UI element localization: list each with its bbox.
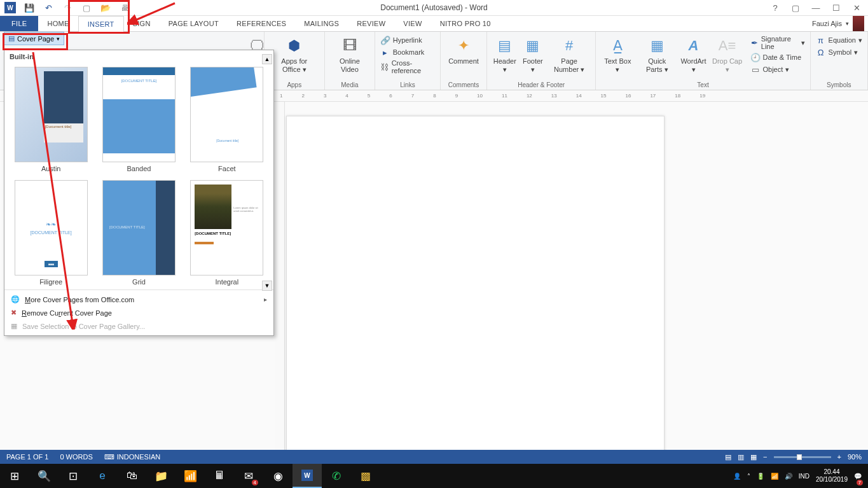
gallery-item-filigree[interactable]: ❧❧[DOCUMENT TITLE]■■■ Filigree xyxy=(11,180,91,286)
network-icon[interactable]: 📶 xyxy=(771,473,778,480)
windows-taskbar: ⊞ 🔍 ⊡ e 🛍 📁 📶 🖩 ✉4 ◉ W ✆ ▩ 👤 ˄ 🔋 📶 🔊 IND… xyxy=(0,464,868,488)
tab-file[interactable]: FILE xyxy=(0,16,38,31)
remove-icon: ✖ xyxy=(11,309,17,317)
system-clock[interactable]: 20.44 20/10/2019 xyxy=(816,468,848,484)
apps-for-office-button[interactable]: ⬢ Apps for Office ▾ xyxy=(270,34,319,74)
view-print-layout-icon[interactable]: ▥ xyxy=(738,453,744,461)
gallery-item-facet[interactable]: [Document title] Facet xyxy=(187,67,267,172)
date-time-button[interactable]: 🕘Date & Time xyxy=(750,52,805,63)
gallery-section-header: Built-in xyxy=(4,50,273,63)
start-button[interactable]: ⊞ xyxy=(0,464,29,488)
status-words[interactable]: 0 WORDS xyxy=(60,453,92,461)
sticky-notes-icon[interactable]: ▩ xyxy=(351,464,380,488)
volume-icon[interactable]: 🔊 xyxy=(785,473,792,480)
status-page[interactable]: PAGE 1 OF 1 xyxy=(6,453,48,461)
battery-icon[interactable]: 🔋 xyxy=(757,473,764,480)
gallery-item-grid[interactable]: [DOCUMENT TITLE] Grid xyxy=(99,180,179,286)
gallery-more-office[interactable]: 🌐 More Cover Pages from Office.com ▸ xyxy=(4,293,273,306)
zoom-out-icon[interactable]: − xyxy=(763,453,767,461)
tray-chevron-icon[interactable]: ˄ xyxy=(747,473,750,480)
online-video-button[interactable]: 🎞 Online Video xyxy=(330,34,369,74)
view-web-layout-icon[interactable]: ▦ xyxy=(750,453,757,461)
word-icon: W xyxy=(4,1,17,14)
group-links: 🔗Hyperlink ▸Bookmark ⛓Cross-reference Li… xyxy=(375,32,441,90)
word-taskbar-icon[interactable]: W xyxy=(293,464,322,488)
page-number-button[interactable]: # Page Number ▾ xyxy=(548,34,591,74)
gallery-item-integral[interactable]: [DOCUMENT TITLE]Lorem ipsum dolor sit am… xyxy=(187,180,267,286)
mail-icon[interactable]: ✉4 xyxy=(234,464,263,488)
vertical-ruler xyxy=(275,102,285,452)
close-icon[interactable]: ✕ xyxy=(849,1,864,14)
footer-button[interactable]: ▦ Footer▾ xyxy=(520,34,546,74)
whatsapp-icon[interactable]: ✆ xyxy=(322,464,351,488)
calculator-icon[interactable]: 🖩 xyxy=(205,464,234,488)
tab-mailings[interactable]: MAILINGS xyxy=(295,16,348,31)
gallery-item-banded[interactable]: [DOCUMENT TITLE] Banded xyxy=(99,67,179,172)
redo-icon[interactable]: ↷ xyxy=(61,1,74,14)
edge-icon[interactable]: e xyxy=(88,464,117,488)
wordart-button[interactable]: A WordArt▾ xyxy=(680,34,706,74)
zoom-slider[interactable] xyxy=(774,456,831,458)
globe-icon: 🌐 xyxy=(11,295,20,303)
print-icon[interactable]: 🖶 xyxy=(118,1,131,14)
group-text: A̲ Text Box ▾ ▦ Quick Parts ▾ A WordArt▾… xyxy=(596,32,810,90)
view-read-mode-icon[interactable]: ▤ xyxy=(725,453,731,461)
save-icon[interactable]: 💾 xyxy=(23,1,36,14)
status-language[interactable]: ⌨INDONESIAN xyxy=(104,453,160,461)
wifi-app-icon[interactable]: 📶 xyxy=(176,464,205,488)
tab-home[interactable]: HOME xyxy=(38,16,78,31)
object-button[interactable]: ▭Object ▾ xyxy=(750,64,805,75)
open-icon[interactable]: 📂 xyxy=(99,1,112,14)
comment-button[interactable]: ✦ Comment xyxy=(446,34,481,67)
tab-references[interactable]: REFERENCES xyxy=(228,16,295,31)
search-icon[interactable]: 🔍 xyxy=(29,464,59,488)
group-media: 🎞 Online Video Media xyxy=(325,32,375,90)
text-box-button[interactable]: A̲ Text Box ▾ xyxy=(601,34,634,74)
document-page[interactable] xyxy=(286,116,665,452)
tab-design[interactable]: SIGN xyxy=(124,16,160,31)
ime-language[interactable]: IND xyxy=(799,473,809,480)
group-symbols: πEquation ▾ ΩSymbol ▾ Symbols xyxy=(811,32,868,90)
tab-insert[interactable]: INSERT xyxy=(78,16,124,32)
ribbon-tabs: FILE HOME INSERT SIGN PAGE LAYOUT REFERE… xyxy=(0,16,868,32)
quick-parts-button[interactable]: ▦ Quick Parts ▾ xyxy=(637,34,677,74)
quick-access-toolbar: W 💾 ↶ ↷ ▢ 📂 🖶 xyxy=(0,1,131,14)
help-icon[interactable]: ? xyxy=(768,1,783,14)
tab-nitro[interactable]: NITRO PRO 10 xyxy=(431,16,500,31)
status-bar: PAGE 1 OF 1 0 WORDS ⌨INDONESIAN ▤ ▥ ▦ − … xyxy=(0,450,868,464)
hyperlink-button[interactable]: 🔗Hyperlink xyxy=(380,34,435,46)
account-user[interactable]: Fauzi Ajis ▾ xyxy=(812,16,864,31)
new-icon[interactable]: ▢ xyxy=(80,1,93,14)
gallery-remove-current[interactable]: ✖ Remove Current Cover Page xyxy=(4,306,273,319)
cover-page-dropdown[interactable]: ▤ Cover Page ▾ xyxy=(4,32,64,45)
zoom-in-icon[interactable]: + xyxy=(837,453,841,461)
maximize-icon[interactable]: ☐ xyxy=(829,1,844,14)
symbol-button[interactable]: ΩSymbol ▾ xyxy=(816,46,862,58)
gallery-item-austin[interactable]: [Document title] Austin xyxy=(11,67,91,172)
gallery-scroll-down[interactable]: ▼ xyxy=(262,281,272,291)
cover-page-gallery: Built-in ▲ [Document title] Austin [DOCU… xyxy=(4,50,274,336)
explorer-icon[interactable]: 📁 xyxy=(146,464,176,488)
zoom-level[interactable]: 90% xyxy=(848,453,862,461)
ribbon-options-icon[interactable]: ▢ xyxy=(788,1,803,14)
action-center-icon[interactable]: 💬7 xyxy=(854,473,862,480)
tab-page-layout[interactable]: PAGE LAYOUT xyxy=(160,16,228,31)
gallery-scroll-up[interactable]: ▲ xyxy=(262,54,272,64)
tab-view[interactable]: VIEW xyxy=(394,16,431,31)
task-view-icon[interactable]: ⊡ xyxy=(59,464,88,488)
signature-line-button[interactable]: ✒Signature Line ▾ xyxy=(750,34,805,51)
tab-review[interactable]: REVIEW xyxy=(348,16,394,31)
avatar xyxy=(853,16,864,31)
people-icon[interactable]: 👤 xyxy=(733,473,741,480)
minimize-icon[interactable]: — xyxy=(808,1,823,14)
chrome-icon[interactable]: ◉ xyxy=(263,464,293,488)
window-title: Document1 (Autosaved) - Word xyxy=(380,3,488,12)
undo-icon[interactable]: ↶ xyxy=(42,1,55,14)
store-icon[interactable]: 🛍 xyxy=(117,464,146,488)
cross-reference-button[interactable]: ⛓Cross-reference xyxy=(380,59,435,75)
equation-button[interactable]: πEquation ▾ xyxy=(816,34,862,46)
header-button[interactable]: ▤ Header▾ xyxy=(492,34,518,74)
group-comments: ✦ Comment Comments xyxy=(441,32,487,90)
bookmark-button[interactable]: ▸Bookmark xyxy=(380,46,435,58)
drop-cap-button[interactable]: A≡ Drop Cap ▾ xyxy=(710,34,745,74)
